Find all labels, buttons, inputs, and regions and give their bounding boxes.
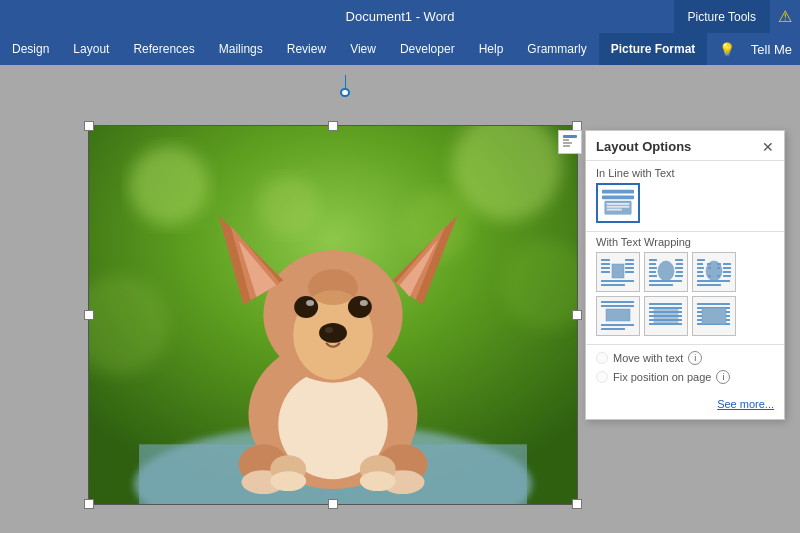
svg-rect-35	[563, 135, 577, 138]
svg-rect-99	[697, 303, 730, 305]
svg-rect-77	[708, 275, 711, 277]
tab-review[interactable]: Review	[275, 33, 338, 65]
tight-wrap-button[interactable]	[644, 252, 688, 292]
svg-point-33	[325, 327, 333, 333]
svg-point-17	[270, 471, 306, 491]
svg-rect-54	[601, 280, 634, 282]
svg-rect-36	[563, 139, 569, 141]
layout-options-title: Layout Options	[596, 139, 691, 154]
handle-middle-right[interactable]	[572, 310, 582, 320]
svg-rect-94	[649, 307, 682, 309]
svg-rect-55	[601, 284, 625, 286]
fix-position-radio[interactable]	[596, 371, 608, 383]
svg-rect-97	[649, 319, 682, 321]
svg-point-30	[306, 300, 314, 306]
svg-rect-65	[676, 271, 683, 273]
svg-rect-48	[601, 267, 610, 269]
tab-references[interactable]: References	[121, 33, 206, 65]
close-button[interactable]: ✕	[762, 140, 774, 154]
svg-rect-53	[625, 271, 634, 273]
lightbulb-icon[interactable]: 💡	[711, 42, 743, 57]
svg-rect-81	[717, 267, 720, 269]
svg-rect-47	[601, 263, 610, 265]
svg-rect-43	[607, 206, 630, 208]
svg-rect-75	[697, 271, 703, 273]
svg-rect-98	[649, 323, 682, 325]
svg-rect-85	[697, 280, 730, 282]
document-title: Document1 - Word	[346, 9, 455, 24]
wrapping-icon-row-2	[596, 296, 774, 336]
handle-bottom-right[interactable]	[572, 499, 582, 509]
svg-rect-90	[601, 324, 634, 326]
svg-rect-74	[708, 267, 711, 269]
svg-rect-63	[676, 263, 683, 265]
tab-design[interactable]: Design	[0, 33, 61, 65]
title-bar: Document1 - Word Picture Tools ⚠	[0, 0, 800, 33]
layout-anchor-icon[interactable]	[558, 130, 582, 154]
through-wrap-button[interactable]	[692, 252, 736, 292]
warning-icon[interactable]: ⚠	[770, 7, 800, 26]
svg-rect-38	[563, 145, 570, 147]
svg-rect-52	[625, 267, 634, 269]
svg-rect-50	[625, 259, 634, 261]
svg-rect-95	[649, 311, 682, 313]
tell-me-button[interactable]: Tell Me	[743, 42, 800, 57]
handle-bottom-middle[interactable]	[328, 499, 338, 509]
move-with-text-radio[interactable]	[596, 352, 608, 364]
svg-rect-86	[697, 284, 721, 286]
layout-options-panel: Layout Options ✕ In Line with Text	[585, 130, 785, 420]
rotate-handle[interactable]	[335, 77, 355, 97]
svg-point-1	[129, 146, 209, 226]
inline-text-section: In Line with Text	[586, 161, 784, 231]
svg-rect-59	[649, 267, 657, 269]
tab-help[interactable]: Help	[467, 33, 516, 65]
inline-text-button[interactable]	[596, 183, 640, 223]
tab-developer[interactable]: Developer	[388, 33, 467, 65]
svg-rect-89	[601, 305, 634, 307]
move-with-text-info-icon[interactable]: i	[688, 351, 702, 365]
picture-tools-label: Picture Tools	[674, 0, 770, 33]
selected-image[interactable]	[88, 125, 578, 505]
svg-rect-46	[601, 259, 610, 261]
svg-rect-40	[602, 195, 634, 199]
svg-rect-91	[601, 328, 625, 330]
tab-mailings[interactable]: Mailings	[207, 33, 275, 65]
svg-rect-83	[723, 275, 731, 277]
inline-text-label: In Line with Text	[596, 167, 774, 179]
svg-rect-58	[649, 263, 656, 265]
svg-point-34	[308, 269, 358, 305]
tab-layout[interactable]: Layout	[61, 33, 121, 65]
see-more-link[interactable]: See more...	[717, 398, 774, 410]
tab-picture-format[interactable]: Picture Format	[599, 33, 708, 65]
svg-rect-44	[607, 209, 622, 211]
svg-rect-96	[649, 315, 682, 317]
behind-text-button[interactable]	[644, 296, 688, 336]
wrapping-section: With Text Wrapping	[586, 231, 784, 344]
svg-rect-60	[649, 271, 656, 273]
svg-rect-84	[717, 275, 720, 277]
svg-rect-80	[723, 267, 731, 269]
fix-position-info-icon[interactable]: i	[716, 370, 730, 384]
handle-top-middle[interactable]	[328, 121, 338, 131]
svg-rect-78	[723, 263, 731, 265]
svg-rect-42	[607, 203, 630, 205]
layout-options-header: Layout Options ✕	[586, 131, 784, 161]
svg-point-29	[348, 296, 372, 318]
top-bottom-wrap-button[interactable]	[596, 296, 640, 336]
handle-top-left[interactable]	[84, 121, 94, 131]
svg-rect-66	[675, 275, 683, 277]
svg-rect-45	[612, 264, 624, 278]
wrapping-label: With Text Wrapping	[596, 236, 774, 248]
svg-rect-57	[649, 259, 657, 261]
handle-bottom-left[interactable]	[84, 499, 94, 509]
svg-rect-72	[707, 263, 711, 265]
tab-grammarly[interactable]: Grammarly	[515, 33, 598, 65]
svg-rect-37	[563, 142, 572, 144]
tab-view[interactable]: View	[338, 33, 388, 65]
square-wrap-button[interactable]	[596, 252, 640, 292]
svg-rect-76	[697, 275, 704, 277]
in-front-text-button[interactable]	[692, 296, 736, 336]
handle-middle-left[interactable]	[84, 310, 94, 320]
svg-point-3	[258, 176, 318, 236]
svg-rect-70	[697, 259, 705, 261]
